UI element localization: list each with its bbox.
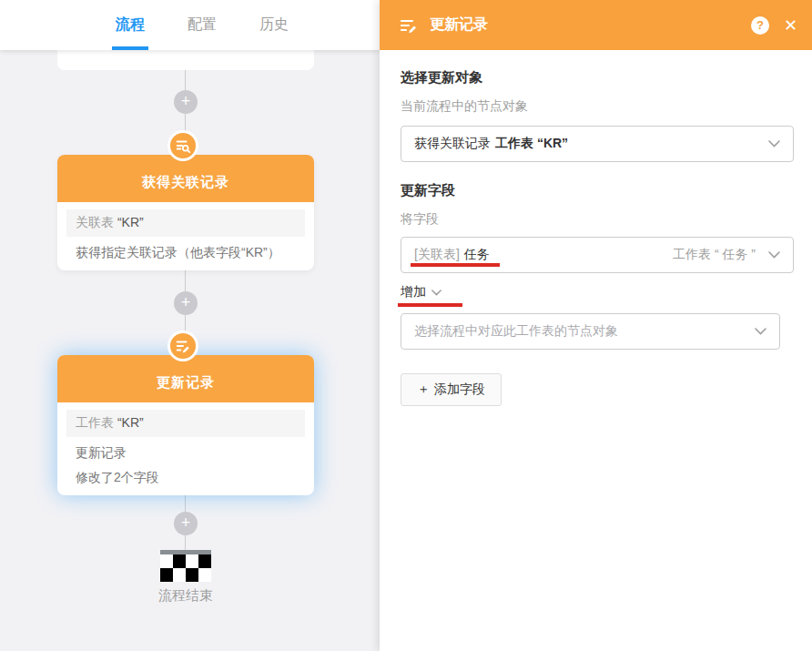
flow-end-label: 流程结束 <box>57 587 314 605</box>
panel-title: 更新记录 <box>430 15 751 35</box>
select-object-heading: 选择更新对象 <box>401 69 794 86</box>
node-body: 工作表 “KR” 更新记录 修改了2个字段 <box>57 402 314 495</box>
plus-icon: + <box>181 514 191 532</box>
node-get-related-records[interactable]: 获得关联记录 关联表 “KR” 获得指定关联记录（他表字段“KR”） <box>57 155 314 270</box>
field-table-hint: 工作表 “ 任务 ” <box>673 247 756 263</box>
chevron-down-icon <box>768 251 780 259</box>
list-search-icon <box>175 137 191 154</box>
tab-process[interactable]: 流程 <box>116 0 145 50</box>
flow-end-flag-icon <box>160 550 211 582</box>
update-mode-value: 增加 <box>401 284 426 300</box>
annotation-red-underline <box>398 303 462 307</box>
add-field-button[interactable]: ＋ 添加字段 <box>401 373 502 406</box>
update-fields-heading: 更新字段 <box>401 182 794 199</box>
update-record-node-icon <box>167 331 198 361</box>
flow-canvas: + 获得关联记录 关联表 “KR” 获得指定关联记录（他表字段“KR”） + <box>0 50 380 651</box>
tab-process-label: 流程 <box>116 15 145 35</box>
node-action-row: 更新记录 <box>66 437 305 462</box>
node-object-select[interactable]: 获得关联记录 工作表 “KR” <box>401 126 794 162</box>
annotation-red-underline <box>411 263 500 267</box>
node-body: 关联表 “KR” 获得指定关联记录（他表字段“KR”） <box>57 202 314 270</box>
list-edit-icon <box>175 338 191 354</box>
node-title: 更新记录 <box>57 355 314 402</box>
update-record-panel: 更新记录 ? ✕ 选择更新对象 当前流程中的节点对象 获得关联记录 工作表 “K… <box>380 0 812 651</box>
chevron-down-icon <box>431 290 442 296</box>
plus-icon: + <box>181 92 191 110</box>
get-related-records-icon <box>167 130 198 161</box>
node-source-row: 工作表 “KR” <box>66 410 305 437</box>
node-object-placeholder: 选择流程中对应此工作表的节点对象 <box>414 323 618 340</box>
source-label: 工作表 <box>76 415 114 430</box>
tab-config[interactable]: 配置 <box>188 0 217 50</box>
panel-header: 更新记录 ? ✕ <box>380 0 812 50</box>
tab-config-label: 配置 <box>188 15 217 35</box>
node-object-for-table-select[interactable]: 选择流程中对应此工作表的节点对象 <box>401 313 780 350</box>
add-field-button-label: 添加字段 <box>434 381 485 398</box>
flow-tabs-bar: 流程 配置 历史 <box>0 0 380 50</box>
source-value: “KR” <box>117 415 144 430</box>
list-edit-icon <box>400 16 418 35</box>
help-icon[interactable]: ? <box>751 16 769 35</box>
tab-history[interactable]: 历史 <box>259 0 289 50</box>
plus-icon: + <box>181 293 191 311</box>
chevron-down-icon <box>768 140 780 147</box>
node-object-value: 获得关联记录 <box>414 136 491 152</box>
add-node-button[interactable]: + <box>174 291 198 315</box>
add-node-button[interactable]: + <box>174 90 198 114</box>
add-node-button[interactable]: + <box>174 512 198 535</box>
flow-panel: 流程 配置 历史 + 获得关联记录 关联表 “KR” 获得指定关联记录（他表字段… <box>0 0 380 651</box>
field-type-prefix: [关联表] <box>414 247 460 263</box>
tab-history-label: 历史 <box>259 15 289 35</box>
source-label: 关联表 <box>76 215 114 229</box>
field-select[interactable]: [关联表] 任务 工作表 “ 任务 ” <box>401 237 794 273</box>
source-value: “KR” <box>117 215 144 229</box>
plus-icon: ＋ <box>417 381 430 398</box>
workflow-editor: 流程 配置 历史 + 获得关联记录 关联表 “KR” 获得指定关联记录（他表字段… <box>0 0 812 651</box>
node-object-label: 当前流程中的节点对象 <box>401 98 794 115</box>
node-source-row: 关联表 “KR” <box>66 209 305 237</box>
field-label: 将字段 <box>401 211 794 228</box>
node-summary-row: 修改了2个字段 <box>66 462 305 486</box>
field-name: 任务 <box>464 247 490 263</box>
node-description-row: 获得指定关联记录（他表字段“KR”） <box>66 237 305 261</box>
node-update-record[interactable]: 更新记录 工作表 “KR” 更新记录 修改了2个字段 <box>57 355 314 495</box>
chevron-down-icon <box>755 328 766 335</box>
node-title: 获得关联记录 <box>57 155 314 202</box>
close-icon[interactable]: ✕ <box>784 17 797 34</box>
update-mode-dropdown[interactable]: 增加 <box>401 284 442 300</box>
panel-body: 选择更新对象 当前流程中的节点对象 获得关联记录 工作表 “KR” 更新字段 将… <box>380 69 812 406</box>
flag-checkerboard <box>160 554 211 582</box>
node-object-table: 工作表 “KR” <box>495 136 568 152</box>
